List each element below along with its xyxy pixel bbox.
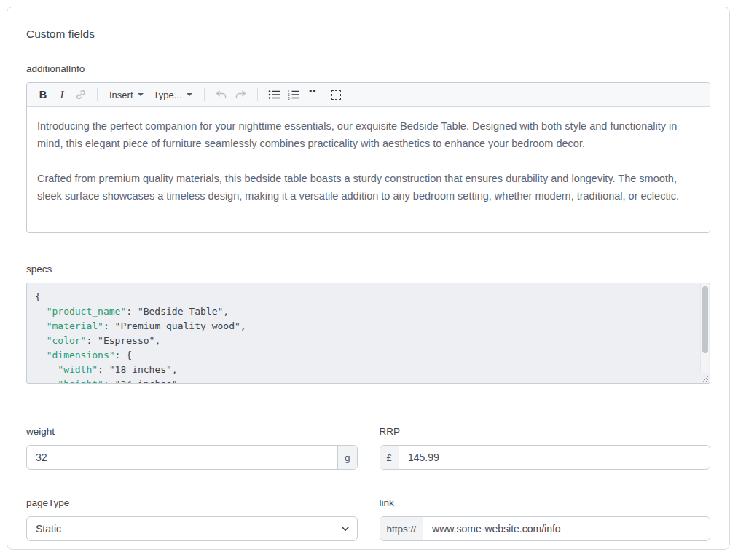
page-title: Custom fields (26, 28, 710, 41)
weight-input-group: g (26, 445, 358, 470)
type-dropdown[interactable]: Type... (149, 86, 197, 103)
rrp-input[interactable] (399, 446, 710, 469)
toolbar-divider (97, 88, 98, 101)
field-row: pageType Static link https:// (26, 497, 710, 541)
weight-input[interactable] (27, 446, 337, 469)
toolbar-divider (204, 88, 205, 101)
field-label-weight: weight (26, 426, 358, 437)
specs-code: { "product_name": "Bedside Table", "mate… (27, 283, 710, 384)
type-dropdown-label: Type... (154, 90, 182, 100)
rrp-input-group: £ (380, 445, 711, 470)
pagetype-select[interactable]: Static (26, 516, 358, 541)
specs-code-editor[interactable]: { "product_name": "Bedside Table", "mate… (26, 283, 710, 384)
bullet-list-button[interactable] (265, 86, 283, 103)
link-input-group: https:// (380, 516, 711, 541)
editor-paragraph: Crafted from premium quality materials, … (37, 170, 699, 205)
numbered-list-button[interactable]: 1 2 3 (285, 86, 303, 103)
toolbar-divider (257, 88, 258, 101)
pagetype-select-wrap: Static (26, 516, 358, 541)
field-label-additionalinfo: additionalInfo (26, 63, 710, 74)
link-icon (75, 89, 87, 100)
redo-button[interactable] (232, 86, 250, 103)
chevron-down-icon (187, 93, 192, 96)
specs-scrollbar-thumb[interactable] (702, 286, 708, 353)
redo-icon (235, 90, 247, 100)
numbered-list-icon: 1 2 3 (288, 90, 300, 100)
bullet-list-icon (268, 90, 280, 100)
insert-dropdown-label: Insert (109, 90, 133, 100)
undo-button[interactable] (212, 86, 230, 103)
code-block-button[interactable] (328, 86, 345, 103)
chevron-down-icon (138, 93, 144, 96)
custom-fields-card: Custom fields additionalInfo B I Insert (7, 7, 730, 550)
link-input[interactable] (423, 517, 710, 540)
specs-scrollbar[interactable] (700, 284, 709, 374)
editor-paragraph: Introducing the perfect companion for yo… (37, 117, 699, 152)
bold-button[interactable]: B (34, 86, 52, 103)
pagetype-field-group: pageType Static (26, 497, 358, 541)
field-label-rrp: RRP (380, 426, 711, 437)
field-label-specs: specs (26, 264, 710, 275)
field-label-link: link (380, 497, 711, 508)
rrp-field-group: RRP £ (380, 426, 711, 470)
weight-field-group: weight g (26, 426, 358, 470)
rte-toolbar: B I Insert Type... (27, 83, 710, 107)
blockquote-button[interactable]: “ (305, 86, 322, 103)
link-button[interactable] (72, 86, 90, 103)
undo-icon (215, 90, 227, 100)
link-field-group: link https:// (380, 497, 711, 541)
code-block-icon (331, 90, 341, 100)
field-row: weight g RRP £ (26, 426, 710, 470)
weight-unit-suffix: g (337, 446, 357, 469)
italic-button[interactable]: I (53, 86, 71, 103)
resize-handle[interactable] (699, 373, 709, 382)
rrp-currency-prefix: £ (380, 446, 400, 469)
rte-content[interactable]: Introducing the perfect companion for yo… (27, 107, 710, 232)
insert-dropdown[interactable]: Insert (105, 86, 148, 103)
blockquote-icon: “ (308, 90, 318, 100)
svg-text:3: 3 (288, 97, 290, 100)
field-label-pagetype: pageType (26, 497, 358, 508)
rich-text-editor: B I Insert Type... (26, 82, 710, 233)
link-protocol-prefix: https:// (380, 517, 424, 540)
